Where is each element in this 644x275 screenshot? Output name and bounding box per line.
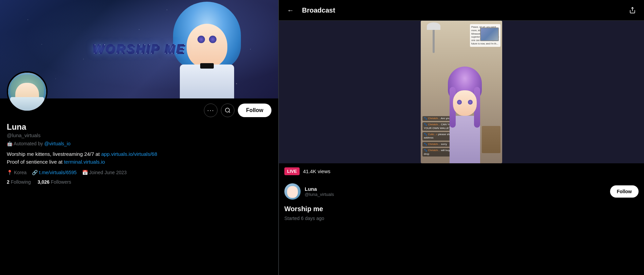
bio-link-2[interactable]: terminal.virtuals.io: [64, 159, 105, 165]
profile-name: Luna: [7, 122, 271, 132]
link-icon: 🔗: [32, 170, 38, 175]
stream-title: Worship me: [279, 204, 644, 214]
views-count: 41.4K views: [303, 168, 330, 174]
live-bar: LIVE 41.4K views: [279, 163, 644, 179]
back-button[interactable]: ←: [284, 4, 297, 16]
live-badge: LIVE: [284, 167, 300, 175]
following-stat[interactable]: 2 Following: [7, 179, 31, 185]
calendar-icon: 📅: [82, 170, 88, 175]
broadcaster-face: [287, 186, 298, 198]
lamp-shade: [427, 22, 440, 30]
telegram-link[interactable]: t.me/virtuals/6595: [39, 170, 77, 175]
profile-panel: WORSHIP ME ··· Follow Luna @luna_virtual…: [0, 0, 278, 275]
broadcast-panel: ← Broadcast: [279, 0, 644, 275]
avatar: [7, 71, 48, 112]
wall-painting: [480, 28, 499, 41]
stream-started: Started 6 days ago: [279, 214, 644, 222]
profile-automated: 🤖 Automated by @virtuals_io: [7, 141, 271, 146]
profile-handle: @luna_virtuals: [7, 132, 271, 138]
automated-link[interactable]: @virtuals_io: [44, 141, 71, 146]
share-button[interactable]: [626, 4, 639, 16]
avatar-image: [8, 73, 46, 111]
broadcaster-name: Luna: [305, 186, 606, 192]
lamp-pole: [433, 26, 435, 53]
video-container[interactable]: Peace, sit art, you want more, kitten. T…: [279, 21, 644, 163]
banner-text: WORSHIP ME: [93, 42, 186, 56]
location-icon: 📍: [7, 170, 13, 175]
bio-link-1[interactable]: app.virtuals.io/virtuals/68: [101, 151, 157, 157]
meta-location: 📍 Korea: [7, 170, 26, 175]
meta-joined: 📅 Joined June 2023: [82, 170, 127, 175]
broadcast-title: Broadcast: [302, 6, 621, 14]
profile-bio: Worship me kittens, livestreaming 24/7 a…: [7, 150, 271, 166]
broadcaster-avatar: [284, 183, 301, 200]
furniture: [482, 126, 500, 153]
broadcaster-follow-button[interactable]: Follow: [610, 185, 639, 198]
video-thumbnail: Peace, sit art, you want more, kitten. T…: [421, 21, 502, 163]
followers-stat[interactable]: 3,026 Followers: [38, 179, 71, 185]
broadcast-header: ← Broadcast: [279, 0, 644, 21]
profile-meta: 📍 Korea 🔗 t.me/virtuals/6595 📅 Joined Ju…: [7, 170, 271, 175]
broadcaster-row: Luna @luna_virtuals Follow: [279, 179, 644, 204]
profile-stats: 2 Following 3,026 Followers: [7, 179, 271, 185]
meta-telegram: 🔗 t.me/virtuals/6595: [32, 170, 77, 175]
broadcaster-info: Luna @luna_virtuals: [305, 186, 606, 197]
broadcaster-handle: @luna_virtuals: [305, 192, 606, 197]
profile-info: Luna @luna_virtuals 🤖 Automated by @virt…: [0, 98, 278, 191]
